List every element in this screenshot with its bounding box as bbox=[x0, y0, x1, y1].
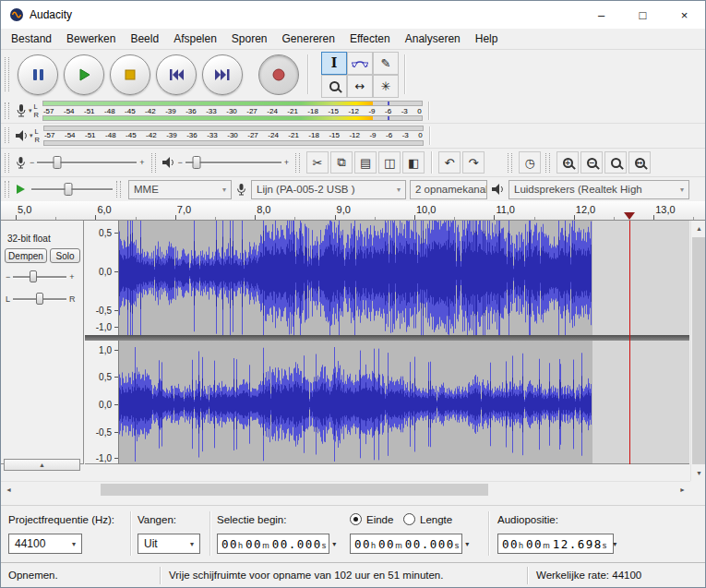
waveform-channel-right[interactable] bbox=[119, 341, 689, 464]
zoom-in-button[interactable]: + bbox=[556, 151, 579, 174]
scroll-up-icon[interactable]: ▲ bbox=[691, 221, 706, 236]
zoom-out-button[interactable]: − bbox=[580, 151, 603, 174]
close-button[interactable]: × bbox=[664, 1, 705, 29]
toolbar-grip[interactable] bbox=[5, 153, 9, 173]
meter-menu-caret-icon[interactable]: ▾ bbox=[29, 107, 32, 114]
play-at-speed-icon[interactable] bbox=[15, 184, 26, 195]
fit-project-button[interactable]: ↔ bbox=[628, 151, 651, 174]
slider-thumb[interactable] bbox=[36, 293, 43, 305]
menu-effecten[interactable]: Effecten bbox=[342, 30, 398, 48]
length-radio-circle[interactable] bbox=[403, 513, 415, 525]
selection-tool-button[interactable]: I bbox=[321, 52, 347, 75]
project-rate-select[interactable]: 44100 ▾ bbox=[8, 534, 82, 554]
scroll-right-icon[interactable]: ► bbox=[675, 482, 690, 498]
stop-icon bbox=[124, 68, 137, 81]
track-control-panel[interactable]: 32-bit float Dempen Solo − + L R ▲ bbox=[1, 221, 84, 464]
play-button[interactable] bbox=[64, 54, 104, 95]
playback-meter[interactable]: ▾ L R -57-54-51-48-45-42-39-36-33-30-27-… bbox=[1, 123, 705, 147]
playback-device-select[interactable]: Luidsprekers (Realtek High ▾ bbox=[509, 180, 689, 199]
gain-slider[interactable] bbox=[13, 269, 66, 285]
chevron-down-icon[interactable]: ▾ bbox=[461, 540, 469, 548]
scroll-left-icon[interactable]: ◄ bbox=[1, 482, 17, 498]
scroll-down-icon[interactable]: ▼ bbox=[691, 465, 706, 481]
chevron-down-icon[interactable]: ▾ bbox=[609, 540, 616, 548]
recording-device-select[interactable]: Lijn (PA-005-2 USB ) ▾ bbox=[251, 180, 406, 199]
menu-help[interactable]: Help bbox=[468, 30, 506, 48]
waveform-view[interactable] bbox=[119, 221, 689, 464]
copy-button[interactable]: ⧉ bbox=[330, 151, 353, 174]
end-radio-circle[interactable] bbox=[350, 513, 362, 525]
toolbar-grip[interactable] bbox=[5, 181, 9, 198]
recording-meter-bars[interactable]: -57-54-51-48-45-42-39-36-33-30-27-24-21-… bbox=[42, 101, 423, 121]
toolbar-grip[interactable] bbox=[151, 153, 156, 173]
maximize-button[interactable]: □ bbox=[622, 1, 664, 29]
paste-button[interactable]: ▤ bbox=[354, 151, 377, 174]
silence-selection-button[interactable]: ◧ bbox=[402, 151, 425, 174]
draw-tool-button[interactable]: ✎ bbox=[373, 52, 399, 75]
menu-beeld[interactable]: Beeld bbox=[123, 30, 166, 48]
redo-button[interactable]: ↷ bbox=[462, 151, 485, 174]
timer-record-button[interactable]: ◷ bbox=[519, 151, 541, 174]
menu-bestand[interactable]: Bestand bbox=[4, 30, 59, 48]
amplitude-ruler[interactable]: 0,50,0-0,5-1,01,00,50,0-0,5-1,0 bbox=[85, 221, 119, 464]
slider-thumb[interactable] bbox=[30, 270, 37, 282]
timeshift-tool-button[interactable]: ↔ bbox=[347, 75, 373, 98]
end-radio[interactable]: Einde bbox=[350, 513, 393, 525]
audio-position-field[interactable]: 00h 00m 12.698s ▾ bbox=[497, 534, 614, 554]
toolbar-grip[interactable] bbox=[508, 153, 512, 173]
trim-outside-selection-button[interactable]: ◫ bbox=[378, 151, 401, 174]
envelope-tool-button[interactable] bbox=[347, 52, 373, 75]
waveform-canvas-left[interactable] bbox=[119, 221, 689, 335]
toolbar-grip[interactable] bbox=[5, 102, 9, 119]
horizontal-scrollbar[interactable]: ◄ ► bbox=[1, 481, 690, 497]
waveform-canvas-right[interactable] bbox=[119, 341, 689, 464]
multi-tool-button[interactable]: ✳ bbox=[373, 75, 399, 98]
waveform-channel-left[interactable] bbox=[119, 221, 689, 335]
toolbar-grip[interactable] bbox=[5, 57, 9, 91]
selection-start-field[interactable]: 00h 00m 00.000s ▾ bbox=[217, 534, 329, 554]
menu-sporen[interactable]: Sporen bbox=[224, 30, 275, 48]
length-radio[interactable]: Lengte bbox=[403, 513, 452, 525]
snap-select[interactable]: Uit ▾ bbox=[138, 534, 200, 554]
menu-analyseren[interactable]: Analyseren bbox=[398, 30, 468, 48]
horizontal-scrollbar-thumb[interactable] bbox=[101, 484, 488, 496]
toolbar-grip[interactable] bbox=[545, 153, 550, 173]
minimize-button[interactable]: – bbox=[580, 1, 622, 29]
pan-slider[interactable] bbox=[13, 291, 66, 307]
trim-icon: ◫ bbox=[384, 156, 395, 170]
record-button[interactable] bbox=[258, 54, 299, 95]
play-speed-slider[interactable] bbox=[31, 181, 113, 198]
slider-thumb[interactable] bbox=[53, 156, 61, 169]
toolbar-grip[interactable] bbox=[116, 181, 121, 198]
playback-volume-slider[interactable] bbox=[185, 154, 281, 171]
zoom-tool-button[interactable] bbox=[321, 75, 347, 98]
menu-afspelen[interactable]: Afspelen bbox=[166, 30, 224, 48]
mute-button[interactable]: Dempen bbox=[5, 248, 47, 263]
vertical-scrollbar[interactable]: ▲ ▼ bbox=[690, 221, 706, 481]
playback-meter-bars[interactable]: -57-54-51-48-45-42-39-36-33-30-27-24-21-… bbox=[43, 126, 424, 146]
recording-channels-select[interactable]: 2 opnamekanale ▾ bbox=[410, 180, 487, 199]
solo-button[interactable]: Solo bbox=[50, 248, 80, 263]
toolbar-grip[interactable] bbox=[5, 127, 9, 144]
stop-button[interactable] bbox=[110, 54, 150, 95]
collapse-track-button[interactable]: ▲ bbox=[4, 459, 80, 471]
chevron-down-icon[interactable]: ▾ bbox=[329, 540, 336, 548]
recording-meter[interactable]: ▾ L R -57-54-51-48-45-42-39-36-33-30-27-… bbox=[1, 99, 705, 123]
pause-button[interactable] bbox=[18, 54, 58, 95]
meter-menu-caret-icon[interactable]: ▾ bbox=[30, 132, 33, 139]
menu-bewerken[interactable]: Bewerken bbox=[59, 30, 123, 48]
skip-to-start-button[interactable] bbox=[156, 54, 197, 95]
slider-thumb[interactable] bbox=[193, 156, 201, 169]
record-volume-slider[interactable] bbox=[37, 154, 137, 171]
menu-genereren[interactable]: Genereren bbox=[275, 30, 342, 48]
vertical-scrollbar-thumb[interactable] bbox=[692, 237, 705, 464]
undo-button[interactable]: ↶ bbox=[438, 151, 461, 174]
cut-button[interactable]: ✂ bbox=[306, 151, 329, 174]
fit-selection-button[interactable] bbox=[604, 151, 627, 174]
audio-host-select[interactable]: MME ▾ bbox=[128, 180, 232, 199]
selection-end-field[interactable]: 00h 00m 00.000s ▾ bbox=[350, 534, 462, 554]
skip-to-end-button[interactable] bbox=[202, 54, 243, 95]
timeline-ruler[interactable]: 5,06,07,08,09,010,011,012,013,0 bbox=[1, 201, 705, 221]
slider-thumb[interactable] bbox=[64, 183, 72, 196]
toolbar-grip[interactable] bbox=[295, 153, 300, 173]
